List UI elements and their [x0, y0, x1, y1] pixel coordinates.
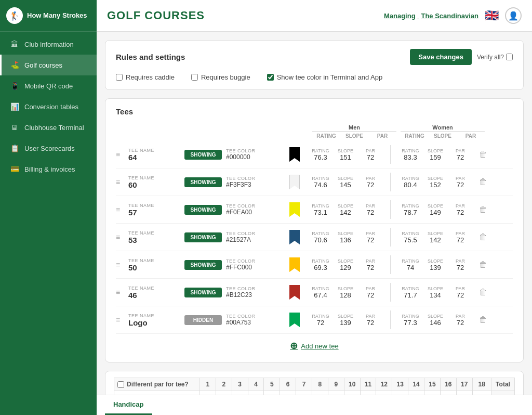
tee-status-badge[interactable]: SHOWING — [184, 205, 222, 215]
tee-color-swatch-icon — [289, 230, 300, 244]
tee-status-badge[interactable]: SHOWING — [184, 260, 222, 270]
sidebar-item-conversion-tables[interactable]: 📊Conversion tables — [0, 96, 97, 117]
requires-caddie-label[interactable]: Requires caddie — [116, 73, 175, 81]
men-group-header: Men — [312, 124, 396, 132]
tee-color-swatch-container — [289, 230, 300, 244]
drag-handle-icon[interactable]: ≡ — [116, 316, 124, 324]
women-stats: RATING 74 SLOPE 139 PAR 72 — [398, 258, 473, 271]
men-par-cell: PAR 72 — [358, 176, 383, 189]
sidebar-item-golf-courses[interactable]: ⛳Golf courses — [0, 55, 97, 75]
drag-handle-icon[interactable]: ≡ — [116, 178, 124, 186]
delete-tee-button[interactable]: 🗑 — [477, 286, 489, 299]
women-rating-cell: RATING 71.7 — [398, 286, 423, 299]
different-par-checkbox[interactable] — [117, 381, 124, 388]
women-slope-cell: SLOPE 139 — [423, 258, 448, 271]
tee-name-block: TEE NAME 60 — [128, 175, 180, 189]
table-cell: 3 — [424, 391, 441, 395]
tee-color-block: TEE COLOR #F0EA00 — [226, 203, 283, 216]
requires-buggie-checkbox[interactable] — [191, 74, 198, 81]
women-rating-header: RATING — [401, 133, 429, 139]
drag-handle-icon[interactable]: ≡ — [116, 150, 124, 159]
rules-title: Rules and settings — [116, 53, 185, 61]
men-slope-cell: SLOPE 129 — [333, 258, 358, 271]
tee-row: ≡ TEE NAME 60 SHOWING TEE COLOR #F3F3F3 … — [116, 168, 513, 196]
women-stats: RATING 80.4 SLOPE 152 PAR 72 — [398, 176, 473, 189]
tee-name-value: 57 — [128, 208, 180, 217]
sidebar-label-user-scorecards: User Scorecards — [24, 145, 75, 152]
tee-color-label: TEE COLOR — [226, 203, 283, 209]
tee-color-code: #F0EA00 — [226, 209, 252, 216]
tee-color-swatch-container — [289, 175, 300, 189]
top-bar: GOLF COURSES Managing The Scandinavian 🇬… — [97, 0, 532, 32]
bottom-tabs: Handicap — [97, 395, 532, 415]
rules-card: Rules and settings Save changes Verify a… — [105, 40, 524, 90]
tee-rows-container: ≡ TEE NAME 64 SHOWING TEE COLOR #000000 … — [116, 141, 513, 334]
drag-handle-icon[interactable]: ≡ — [116, 233, 124, 241]
tee-color-block: TEE COLOR #F3F3F3 — [226, 176, 283, 188]
table-cell: 4 — [280, 391, 296, 395]
delete-tee-button[interactable]: 🗑 — [477, 258, 489, 271]
drag-handle-icon[interactable]: ≡ — [116, 205, 124, 214]
table-cell: 4 — [344, 391, 360, 395]
tee-status-badge[interactable]: SHOWING — [184, 177, 222, 187]
sidebar-icon-billing-invoices: 💳 — [10, 165, 19, 173]
table-cell: 5 — [248, 391, 264, 395]
tee-status-badge[interactable]: SHOWING — [184, 150, 222, 160]
women-rating-cell: RATING 80.4 — [398, 176, 423, 189]
sidebar-icon-golf-courses: ⛳ — [10, 61, 19, 69]
table-cell: 30 — [472, 391, 491, 395]
tee-name-value: 46 — [128, 291, 180, 300]
women-rating-cell: RATING 75.5 — [398, 231, 423, 244]
table-cell: 3 — [216, 391, 232, 395]
requires-caddie-checkbox[interactable] — [116, 74, 123, 81]
tee-status-badge[interactable]: SHOWING — [184, 232, 222, 242]
hole-header: 3 — [232, 378, 248, 391]
delete-tee-button[interactable]: 🗑 — [477, 313, 489, 327]
verify-all-checkbox[interactable] — [506, 54, 513, 60]
women-rating-cell: RATING 83.3 — [398, 148, 423, 161]
sidebar-item-clubhouse-terminal[interactable]: 🖥Clubhouse Terminal — [0, 117, 97, 138]
delete-tee-button[interactable]: 🗑 — [477, 148, 489, 161]
sidebar-item-user-scorecards[interactable]: 📋User Scorecards — [0, 138, 97, 159]
sidebar-label-clubhouse-terminal: Clubhouse Terminal — [24, 124, 84, 132]
save-changes-button[interactable]: Save changes — [410, 49, 472, 65]
tee-color-code: #00A753 — [226, 319, 251, 326]
show-tee-color-checkbox[interactable] — [267, 74, 274, 81]
delete-tee-button[interactable]: 🗑 — [477, 230, 489, 244]
hole-header: 5 — [264, 378, 280, 391]
logo-icon: 🏌 — [6, 7, 23, 24]
delete-tee-button[interactable]: 🗑 — [477, 175, 489, 189]
tee-status-badge[interactable]: SHOWING — [184, 288, 222, 297]
men-slope-cell: SLOPE 142 — [333, 203, 358, 216]
tee-color-swatch-icon — [289, 257, 300, 272]
women-stats: RATING 77.3 SLOPE 146 PAR 72 — [398, 314, 473, 327]
show-tee-color-label[interactable]: Show tee color in Terminal and App — [267, 73, 383, 81]
men-slope-cell: SLOPE 128 — [333, 286, 358, 299]
requires-buggie-label[interactable]: Requires buggie — [191, 73, 250, 81]
table-cell: 5 — [296, 391, 312, 395]
women-slope-header: SLOPE — [429, 133, 457, 139]
delete-tee-button[interactable]: 🗑 — [477, 203, 489, 216]
hole-header: 1 — [200, 378, 216, 391]
tab-handicap[interactable]: Handicap — [105, 395, 152, 415]
sidebar-item-mobile-qr-code[interactable]: 📱Mobile QR code — [0, 75, 97, 96]
table-cell: 5 — [200, 391, 216, 395]
tee-name-label: TEE NAME — [128, 175, 180, 180]
page-title: GOLF COURSES — [107, 9, 205, 22]
tee-row: ≡ TEE NAME 46 SHOWING TEE COLOR #B12C23 … — [116, 279, 513, 306]
verify-all-container: Verify all? — [477, 54, 513, 61]
tee-color-label: TEE COLOR — [226, 231, 283, 236]
tee-color-block: TEE COLOR #00A753 — [226, 314, 283, 326]
men-rating-header: RATING — [312, 133, 340, 139]
tee-name-block: TEE NAME 46 — [128, 286, 180, 300]
drag-handle-icon[interactable]: ≡ — [116, 261, 124, 269]
tee-name-block: TEE NAME 64 — [128, 148, 180, 162]
drag-handle-icon[interactable]: ≡ — [116, 288, 124, 296]
sidebar-item-club-information[interactable]: 🏛Club information — [0, 34, 97, 55]
tee-color-code: #B12C23 — [226, 291, 252, 299]
tee-status-badge[interactable]: HIDDEN — [184, 315, 222, 325]
sidebar-item-billing-invoices[interactable]: 💳Billing & invoices — [0, 159, 97, 179]
men-rating-cell: RATING 74.6 — [308, 176, 333, 189]
add-new-tee-button[interactable]: ⊕ Add new tee — [290, 340, 338, 352]
user-account-icon[interactable]: 👤 — [505, 7, 522, 24]
